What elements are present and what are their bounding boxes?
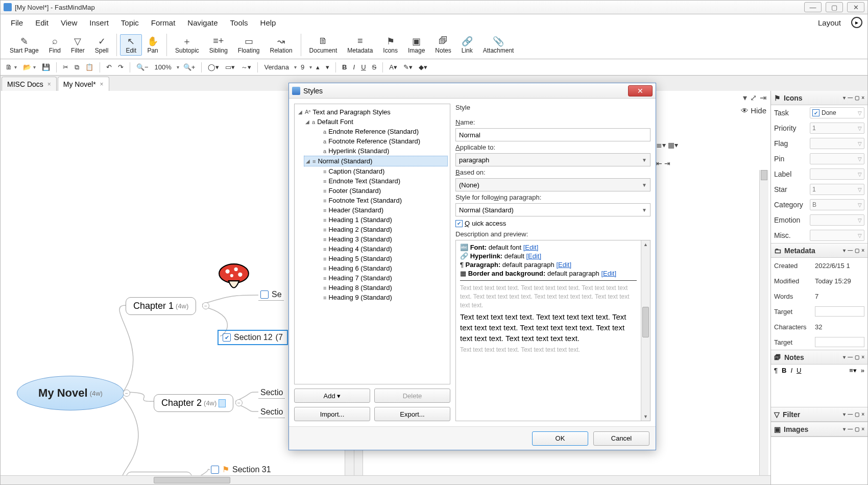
collapse-icon[interactable]: − bbox=[235, 399, 243, 406]
panel-close-icon[interactable]: × bbox=[861, 248, 864, 253]
panel-max-icon[interactable]: ▢ bbox=[855, 354, 859, 360]
toolbar-document-button[interactable]: 🗎Document bbox=[304, 35, 343, 55]
textcolor-button[interactable]: A▾ bbox=[387, 62, 399, 72]
icon-row-select[interactable]: ▽ bbox=[810, 230, 864, 241]
dialog-titlebar[interactable]: Styles ✕ bbox=[289, 83, 656, 99]
cancel-button[interactable]: Cancel bbox=[593, 431, 649, 446]
tree-item[interactable]: Footnote Reference (Standard) bbox=[328, 137, 420, 145]
new-doc-button[interactable]: 🗎▾ bbox=[4, 62, 19, 72]
section11-node[interactable]: Se bbox=[258, 289, 284, 301]
checkbox-icon[interactable] bbox=[260, 290, 269, 299]
menu-help[interactable]: Help bbox=[255, 16, 281, 29]
edit-hyperlink-link[interactable]: [Edit] bbox=[526, 252, 541, 260]
cut-button[interactable]: ✂ bbox=[61, 62, 70, 72]
close-tab-icon[interactable]: × bbox=[100, 81, 104, 88]
toolbar-start-page-button[interactable]: ✎Start Page bbox=[5, 35, 44, 55]
tree-item[interactable]: Caption (Standard) bbox=[328, 167, 384, 175]
font-select[interactable]: Verdana bbox=[262, 62, 291, 72]
menu-topic[interactable]: Topic bbox=[116, 16, 144, 29]
horizontal-scrollbar[interactable] bbox=[1, 475, 770, 484]
expand-icon[interactable]: ⤢ bbox=[750, 93, 757, 103]
checkbox-checked-icon[interactable] bbox=[223, 333, 231, 342]
menu-navigate[interactable]: Navigate bbox=[182, 16, 223, 29]
fontsize-down[interactable]: ▾ bbox=[324, 62, 331, 72]
preview-scrollbar[interactable]: ▲ ▼ bbox=[641, 240, 650, 421]
panel-min-icon[interactable]: — bbox=[848, 354, 853, 360]
section12-node[interactable]: Section 12 (7 bbox=[218, 330, 288, 345]
tree-item[interactable]: Heading 7 (Standard) bbox=[328, 274, 392, 282]
toolbar-icons-button[interactable]: ⚑Icons bbox=[378, 35, 403, 55]
highlight-button[interactable]: ✎▾ bbox=[401, 62, 415, 72]
panel-close-icon[interactable]: × bbox=[861, 95, 864, 101]
tree-default-font[interactable]: Default Font bbox=[317, 118, 353, 126]
section22-node[interactable]: Sectio bbox=[258, 406, 285, 418]
bold-button[interactable]: B bbox=[340, 62, 349, 72]
menu-format[interactable]: Format bbox=[146, 16, 181, 29]
minimize-button[interactable]: — bbox=[804, 2, 822, 12]
tree-normal[interactable]: Normal (Standard) bbox=[318, 157, 372, 165]
menu-file[interactable]: File bbox=[6, 16, 28, 29]
panel-max-icon[interactable]: ▢ bbox=[855, 426, 859, 432]
open-button[interactable]: 📂▾ bbox=[21, 62, 38, 72]
paste-button[interactable]: 📋 bbox=[83, 62, 95, 72]
copy-button[interactable]: ⧉ bbox=[73, 62, 81, 72]
tree-item[interactable]: Heading 9 (Standard) bbox=[328, 294, 392, 301]
fontsize-up[interactable]: ▴ bbox=[314, 62, 322, 72]
notes-italic-button[interactable]: I bbox=[790, 367, 792, 374]
tree-item[interactable]: Hyperlink (Standard) bbox=[328, 147, 389, 155]
chapter1-node[interactable]: Chapter 1 (4w) bbox=[126, 297, 196, 315]
tree-item[interactable]: Endnote Text (Standard) bbox=[328, 177, 400, 185]
panel-menu-icon[interactable]: ▾ bbox=[843, 411, 846, 417]
panel-menu-icon[interactable]: ▾ bbox=[843, 426, 846, 432]
maximize-button[interactable]: ▢ bbox=[826, 2, 843, 12]
tree-item[interactable]: Header (Standard) bbox=[328, 206, 383, 214]
icon-row-select[interactable]: ✔Done▽ bbox=[810, 107, 864, 118]
panel-menu-icon[interactable]: ▾ bbox=[843, 248, 846, 253]
icon-row-select[interactable]: 1▽ bbox=[810, 184, 864, 195]
panel-close-icon[interactable]: × bbox=[861, 411, 864, 417]
style-name-input[interactable] bbox=[455, 128, 650, 141]
zoom-in-button[interactable]: 🔍+ bbox=[181, 62, 198, 72]
doc-tab-mynovel[interactable]: My Novel*× bbox=[58, 77, 109, 91]
italic-button[interactable]: I bbox=[351, 62, 357, 72]
menu-tools[interactable]: Tools bbox=[225, 16, 253, 29]
style3-button[interactable]: ～▾ bbox=[239, 62, 253, 73]
save-button[interactable]: 💾 bbox=[40, 62, 52, 72]
toolbar-spell-button[interactable]: ✓Spell bbox=[90, 35, 114, 55]
quick-access-checkbox[interactable]: ✔Quick access bbox=[455, 219, 650, 228]
redo-button[interactable]: ↷ bbox=[116, 62, 126, 72]
menu-icon[interactable]: ▾ bbox=[743, 93, 747, 103]
menu-insert[interactable]: Insert bbox=[84, 16, 114, 29]
menu-view[interactable]: View bbox=[56, 16, 82, 29]
toolbar-floating-button[interactable]: ▭Floating bbox=[233, 35, 265, 55]
panel-max-icon[interactable]: ▢ bbox=[855, 95, 859, 101]
indent-left-icon[interactable]: ⇤ bbox=[656, 159, 662, 167]
style2-button[interactable]: ▭▾ bbox=[223, 62, 237, 72]
section21-node[interactable]: Sectio bbox=[258, 387, 285, 399]
basedon-select[interactable]: (None)▼ bbox=[455, 178, 650, 191]
panel-min-icon[interactable]: — bbox=[848, 426, 853, 432]
chapter2-node[interactable]: Chapter 2 (4w) bbox=[154, 394, 233, 412]
tree-item[interactable]: Endnote Reference (Standard) bbox=[328, 128, 419, 135]
layout-button[interactable]: Layout bbox=[814, 16, 845, 29]
panel-min-icon[interactable]: — bbox=[848, 248, 853, 253]
icon-row-select[interactable]: ▽ bbox=[810, 168, 864, 180]
panel-close-icon[interactable]: × bbox=[861, 354, 864, 360]
notes-style-icon[interactable]: ¶ bbox=[774, 367, 778, 374]
tree-item[interactable]: Heading 5 (Standard) bbox=[328, 255, 392, 262]
gear-icon[interactable]: ▸ bbox=[851, 17, 862, 28]
following-select[interactable]: Normal (Standard)▼ bbox=[455, 203, 650, 216]
panel-min-icon[interactable]: — bbox=[848, 411, 853, 417]
toolbar-subtopic-button[interactable]: ＋Subtopic bbox=[170, 35, 204, 55]
zoom-out-button[interactable]: 🔍− bbox=[134, 62, 151, 72]
style1-button[interactable]: ◯▾ bbox=[206, 62, 221, 72]
zoom-value[interactable]: 100% bbox=[153, 63, 174, 71]
edit-font-link[interactable]: [Edit] bbox=[523, 244, 539, 251]
tree-root[interactable]: Text and Paragraph Styles bbox=[312, 108, 390, 116]
notes-more-button[interactable]: » bbox=[861, 367, 864, 374]
underline-button[interactable]: U bbox=[359, 62, 368, 72]
add-style-button[interactable]: Add ▾ bbox=[294, 389, 370, 403]
toolbar-pan-button[interactable]: ✋Pan bbox=[142, 35, 163, 55]
icon-row-select[interactable]: ▽ bbox=[810, 153, 864, 164]
notes-bold-button[interactable]: B bbox=[782, 367, 786, 374]
